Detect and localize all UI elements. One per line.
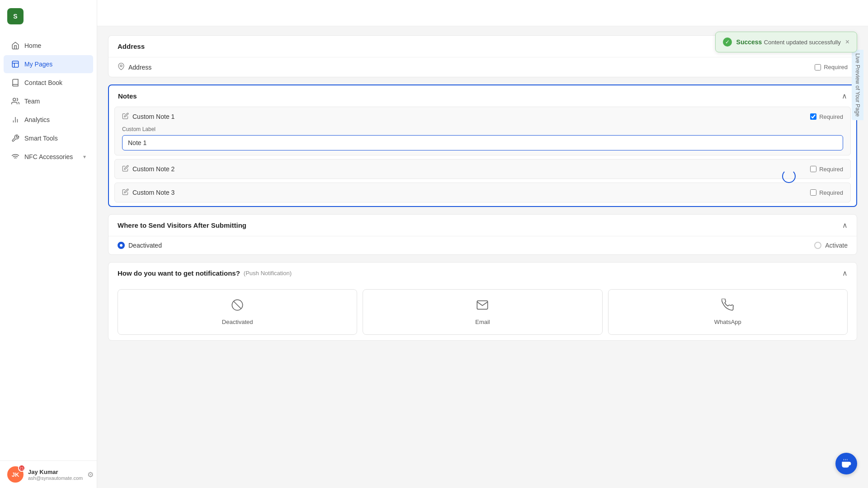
notif-email-label: Email (475, 319, 490, 325)
custom-note-3-card: Custom Note 3 Required (114, 183, 851, 202)
notification-badge: 21 (18, 465, 25, 472)
smart-tools-icon (11, 134, 20, 143)
deactivated-radio-dot (118, 242, 125, 249)
success-toast: ✓ Success Content updated successfully × (715, 32, 857, 52)
sidebar-item-my-pages[interactable]: My Pages (4, 55, 93, 73)
custom-label-input[interactable] (122, 135, 843, 150)
custom-note-2-label: Custom Note 2 (122, 165, 175, 173)
push-notification-label: (Push Notification) (244, 270, 292, 277)
activate-radio[interactable]: Activate (814, 242, 848, 249)
sidebar-logo: S (0, 0, 97, 33)
note-1-icon (122, 113, 129, 121)
sidebar-item-contact-book[interactable]: Contact Book (4, 74, 93, 92)
redirect-section-title: Where to Send Visitors After Submitting (118, 221, 246, 229)
settings-icon[interactable]: ⚙ (87, 470, 94, 479)
custom-note-1-row: Custom Note 1 Required (115, 107, 850, 126)
analytics-icon (11, 115, 20, 124)
custom-note-2-card: Custom Note 2 Required (114, 159, 851, 179)
redirect-chevron-icon: ∧ (842, 221, 848, 230)
sidebar-item-team-label: Team (24, 98, 40, 105)
sidebar-item-analytics[interactable]: Analytics (4, 111, 93, 129)
deactivated-radio[interactable]: Deactivated (118, 242, 162, 249)
custom-note-1-label: Custom Note 1 (122, 113, 175, 121)
address-field-icon (118, 63, 125, 71)
sidebar-item-contact-book-label: Contact Book (24, 79, 62, 86)
notif-whatsapp-icon (722, 299, 734, 314)
notification-title-group: How do you want to get notifications? (P… (118, 269, 292, 277)
sidebar-footer: JK 21 Jay Kumar ash@synxautomate.com ⚙ (0, 460, 97, 488)
chat-button[interactable] (835, 453, 857, 474)
address-label-text: Address (128, 64, 151, 71)
sidebar-item-team[interactable]: Team (4, 92, 93, 110)
app-logo-icon: S (7, 8, 24, 24)
activate-label: Activate (825, 242, 848, 249)
footer-user-info: Jay Kumar ash@synxautomate.com (28, 469, 83, 481)
content-area: Address ∧ Address Required Notes (97, 26, 868, 488)
avatar-container: JK 21 (7, 466, 24, 483)
notification-chevron-icon: ∧ (842, 269, 848, 277)
toast-message: Content updated successfully (764, 39, 841, 46)
footer-user-name: Jay Kumar (28, 469, 83, 475)
sidebar-item-smart-tools-label: Smart Tools (24, 135, 58, 142)
notif-deactivated-label: Deactivated (222, 319, 253, 325)
custom-note-3-row: Custom Note 3 Required (115, 183, 850, 202)
nfc-icon (11, 152, 20, 161)
note-3-required-input[interactable] (810, 189, 816, 196)
custom-note-1-text: Custom Note 1 (132, 113, 175, 120)
sidebar-item-my-pages-label: My Pages (24, 61, 52, 68)
svg-line-8 (234, 301, 241, 309)
sidebar-item-smart-tools[interactable]: Smart Tools (4, 129, 93, 147)
custom-label-text: Custom Label (122, 126, 843, 132)
note-3-required-label: Required (819, 189, 843, 196)
custom-note-2-text: Custom Note 2 (132, 165, 175, 173)
redirect-section-header[interactable]: Where to Send Visitors After Submitting … (108, 215, 857, 236)
deactivated-label: Deactivated (128, 242, 162, 249)
sidebar-item-analytics-label: Analytics (24, 116, 50, 123)
address-field-row: Address Required (108, 57, 857, 77)
sidebar-item-home-label: Home (24, 42, 41, 49)
notification-section-title: How do you want to get notifications? (118, 269, 240, 277)
sidebar-item-nfc-label: NFC Accessories (24, 153, 73, 160)
notes-section-title: Notes (118, 92, 137, 100)
note-1-required-input[interactable] (810, 113, 816, 120)
notification-cards: Deactivated Email WhatsApp (108, 284, 857, 340)
notes-section-header[interactable]: Notes ∧ (109, 85, 856, 107)
top-bar (97, 0, 868, 26)
note-2-required-input[interactable] (810, 166, 816, 172)
custom-note-3-text: Custom Note 3 (132, 189, 175, 196)
redirect-options-row: Deactivated Activate (108, 236, 857, 254)
note-1-required[interactable]: Required (810, 113, 843, 120)
chevron-down-icon: ▾ (83, 154, 86, 160)
address-required-checkbox[interactable]: Required (815, 64, 848, 70)
notif-card-whatsapp[interactable]: WhatsApp (608, 289, 848, 335)
note-2-required[interactable]: Required (810, 166, 843, 173)
notif-email-icon (476, 299, 489, 314)
notification-section: How do you want to get notifications? (P… (108, 262, 857, 341)
custom-note-2-row: Custom Note 2 Required (115, 160, 850, 178)
home-icon (11, 41, 20, 50)
sidebar-item-nfc-accessories[interactable]: NFC Accessories ▾ (4, 148, 93, 166)
notification-section-header[interactable]: How do you want to get notifications? (P… (108, 263, 857, 284)
note-3-icon (122, 188, 129, 197)
sidebar-item-home[interactable]: Home (4, 37, 93, 55)
contact-book-icon (11, 78, 20, 87)
notif-card-deactivated[interactable]: Deactivated (118, 289, 357, 335)
activate-radio-dot (814, 242, 821, 249)
svg-point-1 (13, 98, 16, 101)
live-preview-label: Live Preview of Your Page (852, 50, 863, 120)
address-required-input[interactable] (815, 64, 821, 70)
toast-close-button[interactable]: × (845, 38, 849, 46)
my-pages-icon (11, 60, 20, 69)
toast-title: Success (736, 38, 762, 46)
note-2-required-label: Required (819, 166, 843, 173)
custom-note-1-card: Custom Note 1 Required Custom Label (114, 107, 851, 155)
notif-card-email[interactable]: Email (363, 289, 602, 335)
sidebar: S Home My Pages Contact Book Team (0, 0, 97, 488)
svg-point-6 (120, 65, 122, 67)
note-2-icon (122, 165, 129, 173)
notes-section: Notes ∧ Custom Note 1 Required (108, 84, 857, 207)
note-3-required[interactable]: Required (810, 189, 843, 196)
address-field-label: Address (118, 63, 151, 71)
redirect-section: Where to Send Visitors After Submitting … (108, 214, 857, 255)
address-section-title: Address (118, 42, 145, 50)
